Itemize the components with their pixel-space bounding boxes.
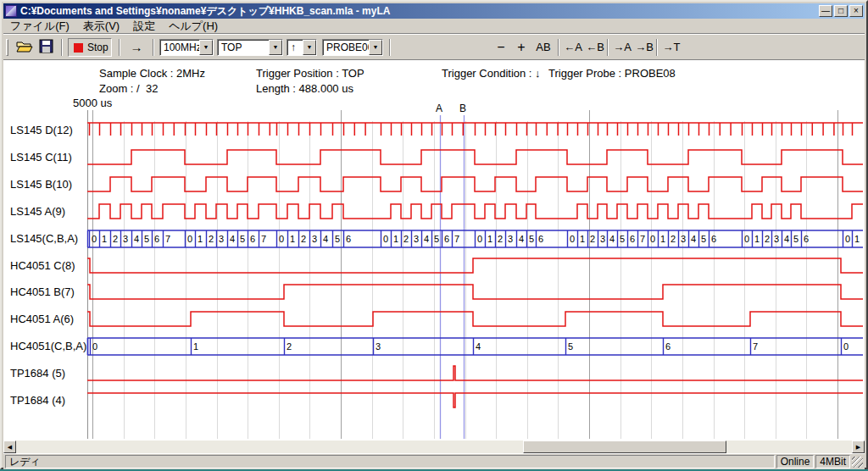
svg-text:5: 5 [568, 341, 573, 352]
svg-text:0: 0 [570, 234, 575, 244]
svg-text:6: 6 [346, 234, 351, 244]
horizontal-scrollbar[interactable]: ◀ ▶ [3, 441, 865, 453]
svg-text:0: 0 [477, 234, 482, 244]
svg-text:1: 1 [290, 234, 295, 244]
svg-text:2: 2 [301, 234, 306, 244]
svg-text:5: 5 [434, 234, 439, 244]
svg-text:7: 7 [753, 341, 758, 352]
status-ready: レディ [5, 455, 775, 468]
svg-text:3: 3 [414, 234, 419, 244]
svg-text:6: 6 [665, 341, 670, 352]
svg-text:2: 2 [590, 234, 595, 244]
svg-text:4: 4 [323, 234, 328, 244]
svg-text:1: 1 [393, 234, 398, 244]
svg-text:1: 1 [193, 341, 198, 352]
svg-text:3: 3 [508, 234, 513, 244]
svg-text:5: 5 [620, 234, 625, 244]
svg-text:3: 3 [123, 234, 128, 244]
scrollbar-thumb[interactable] [523, 441, 726, 453]
svg-text:5: 5 [240, 234, 245, 244]
svg-text:1: 1 [198, 234, 203, 244]
svg-text:6: 6 [250, 234, 255, 244]
svg-text:3: 3 [219, 234, 224, 244]
svg-text:6: 6 [538, 234, 543, 244]
svg-text:4: 4 [424, 234, 429, 244]
svg-text:4: 4 [476, 341, 481, 352]
svg-text:0: 0 [187, 234, 192, 244]
svg-text:4: 4 [691, 234, 696, 244]
svg-text:4: 4 [784, 234, 789, 244]
svg-text:6: 6 [630, 234, 635, 244]
resize-grip-icon[interactable] [852, 457, 863, 468]
svg-text:0: 0 [650, 234, 655, 244]
svg-text:6: 6 [154, 234, 159, 244]
svg-text:2: 2 [113, 234, 118, 244]
svg-text:7: 7 [640, 234, 645, 244]
svg-text:2: 2 [287, 341, 292, 352]
status-bar: レディ Online 4MBit [3, 453, 865, 469]
svg-text:7: 7 [454, 234, 459, 244]
svg-text:1: 1 [487, 234, 492, 244]
svg-text:6: 6 [711, 234, 716, 244]
svg-text:0: 0 [92, 234, 97, 244]
svg-text:6: 6 [804, 234, 809, 244]
svg-text:0: 0 [744, 234, 749, 244]
svg-text:3: 3 [376, 341, 381, 352]
svg-text:3: 3 [681, 234, 686, 244]
svg-text:2: 2 [498, 234, 503, 244]
svg-text:7: 7 [261, 234, 266, 244]
svg-text:4: 4 [519, 234, 524, 244]
svg-text:3: 3 [312, 234, 317, 244]
scroll-left-icon[interactable]: ◀ [3, 441, 16, 453]
svg-text:4: 4 [609, 234, 615, 244]
waveform-plot[interactable]: 0123456701234567012345601234567012345601… [2, 2, 868, 471]
svg-text:2: 2 [209, 234, 214, 244]
svg-text:1: 1 [854, 234, 860, 244]
svg-text:5: 5 [335, 234, 340, 244]
svg-text:0: 0 [845, 234, 850, 244]
svg-text:4: 4 [134, 234, 139, 244]
svg-text:1: 1 [754, 234, 760, 244]
svg-text:0: 0 [92, 341, 97, 352]
svg-text:3: 3 [774, 234, 779, 244]
svg-text:0: 0 [279, 234, 284, 244]
svg-text:7: 7 [165, 234, 170, 244]
svg-text:6: 6 [444, 234, 449, 244]
svg-text:2: 2 [403, 234, 409, 244]
app-window: C:¥Documents and Settings¥noname¥デスクトップ¥… [0, 0, 868, 469]
svg-text:0: 0 [843, 341, 849, 352]
scroll-right-icon[interactable]: ▶ [852, 441, 865, 453]
svg-text:1: 1 [580, 234, 585, 244]
svg-text:5: 5 [701, 234, 706, 244]
svg-text:1: 1 [660, 234, 665, 244]
svg-text:1: 1 [102, 234, 107, 244]
svg-text:3: 3 [600, 234, 605, 244]
status-online-badge: Online [776, 455, 815, 468]
svg-text:2: 2 [765, 234, 770, 244]
svg-text:5: 5 [793, 234, 798, 244]
svg-text:5: 5 [144, 234, 149, 244]
svg-text:4: 4 [230, 234, 235, 244]
svg-text:2: 2 [670, 234, 676, 244]
svg-text:5: 5 [529, 234, 534, 244]
svg-text:0: 0 [383, 234, 388, 244]
status-memory-badge: 4MBit [815, 455, 850, 468]
